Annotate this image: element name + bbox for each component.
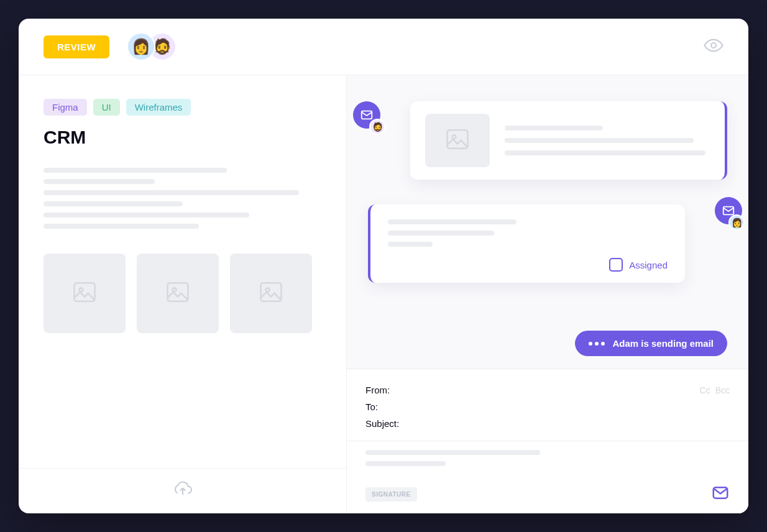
message-text-placeholder (388, 219, 668, 247)
signature-badge[interactable]: SIGNATURE (365, 487, 417, 502)
assigned-row: Assigned (388, 258, 668, 272)
message-thumbnail (425, 114, 490, 167)
thumbnail-3[interactable] (230, 254, 312, 333)
attachment-thumbnails (44, 254, 321, 333)
message-author-avatar-2[interactable]: 👩 (728, 214, 745, 231)
image-icon (164, 278, 191, 308)
main-area: Figma UI Wireframes CRM (19, 75, 748, 513)
svg-point-2 (80, 288, 83, 291)
compose-area: From: Cc Bcc To: Subject: (347, 369, 748, 513)
compose-footer: SIGNATURE (347, 475, 748, 513)
svg-rect-1 (75, 283, 95, 301)
left-panel: Figma UI Wireframes CRM (19, 75, 347, 513)
image-icon (257, 278, 285, 308)
thumbnail-1[interactable] (44, 254, 126, 333)
svg-rect-5 (261, 283, 282, 301)
tag-ui[interactable]: UI (93, 99, 120, 116)
assigned-checkbox[interactable] (609, 258, 623, 272)
svg-point-0 (711, 43, 716, 48)
subject-field-row[interactable]: Subject: (365, 415, 730, 432)
eye-icon[interactable] (704, 35, 723, 58)
left-footer (19, 468, 346, 513)
svg-rect-3 (168, 283, 188, 301)
to-field-row[interactable]: To: (365, 398, 730, 415)
cloud-upload-icon[interactable] (172, 481, 193, 501)
cc-button[interactable]: Cc (700, 385, 710, 395)
status-pill: Adam is sending email (575, 331, 727, 356)
from-label: From: (365, 385, 390, 395)
right-panel: 🧔 👩 (347, 75, 748, 513)
message-card-2[interactable]: Assigned (368, 204, 685, 283)
typing-dots-icon (589, 342, 605, 346)
thumbnail-2[interactable] (137, 254, 219, 333)
header-bar: REVIEW 👩 🧔 (19, 19, 748, 75)
description-placeholder (44, 168, 321, 229)
conversation-area: 🧔 👩 (347, 75, 748, 369)
bcc-button[interactable]: Bcc (715, 385, 730, 395)
assigned-label: Assigned (629, 260, 668, 270)
tag-list: Figma UI Wireframes (44, 99, 321, 116)
app-window: REVIEW 👩 🧔 Figma UI Wireframes CRM (19, 19, 748, 513)
tag-figma[interactable]: Figma (44, 99, 87, 116)
message-text-placeholder (505, 126, 710, 155)
tag-wireframes[interactable]: Wireframes (126, 99, 191, 116)
send-mail-icon[interactable] (711, 484, 730, 505)
image-icon (444, 126, 471, 155)
page-title: CRM (44, 127, 321, 148)
image-icon (71, 278, 98, 308)
avatar-user-1[interactable]: 👩 (127, 32, 155, 61)
compose-fields: From: Cc Bcc To: Subject: (347, 369, 748, 441)
svg-point-6 (266, 288, 270, 291)
status-text: Adam is sending email (612, 338, 714, 349)
compose-body[interactable] (347, 441, 748, 475)
svg-point-9 (452, 135, 456, 139)
svg-rect-8 (448, 130, 468, 148)
message-card-1[interactable] (410, 101, 727, 180)
from-field-row[interactable]: From: Cc Bcc (365, 382, 730, 398)
subject-label: Subject: (365, 418, 399, 429)
to-label: To: (365, 401, 378, 412)
left-content: Figma UI Wireframes CRM (19, 75, 346, 468)
user-avatars: 👩 🧔 (127, 32, 177, 61)
message-author-avatar-1[interactable]: 🧔 (369, 119, 385, 135)
svg-point-4 (173, 288, 177, 291)
review-badge: REVIEW (44, 35, 109, 58)
cc-bcc-toggle: Cc Bcc (700, 385, 730, 395)
